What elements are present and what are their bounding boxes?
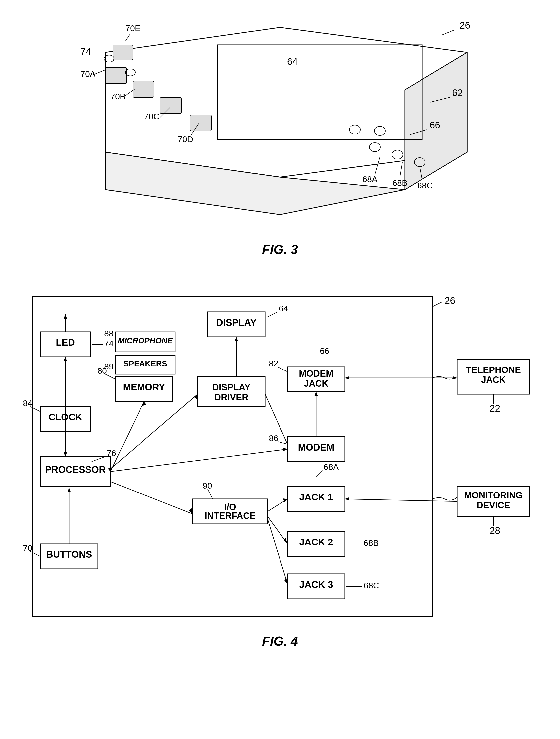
svg-text:68A: 68A (324, 462, 339, 471)
svg-text:PROCESSOR: PROCESSOR (45, 464, 106, 475)
svg-marker-149 (63, 357, 67, 361)
fig3-diagram: 26 74 64 62 66 70E 70A 70B 70C (55, 15, 505, 240)
svg-line-16 (442, 30, 455, 35)
page: 26 74 64 62 66 70E 70A 70B 70C (0, 0, 560, 739)
svg-text:64: 64 (279, 304, 288, 313)
svg-text:68B: 68B (364, 538, 379, 548)
svg-text:MODEM: MODEM (299, 368, 333, 379)
svg-text:DRIVER: DRIVER (215, 392, 248, 403)
svg-text:JACK 2: JACK 2 (299, 537, 333, 547)
svg-text:90: 90 (202, 481, 212, 490)
svg-text:74: 74 (104, 338, 114, 348)
svg-marker-86 (235, 337, 238, 341)
svg-text:86: 86 (269, 433, 278, 443)
svg-text:JACK 3: JACK 3 (299, 579, 333, 590)
svg-text:68A: 68A (362, 174, 378, 184)
svg-text:DEVICE: DEVICE (477, 500, 510, 510)
svg-marker-111 (314, 392, 318, 396)
svg-text:62: 62 (452, 88, 463, 98)
svg-text:70B: 70B (110, 92, 126, 101)
fig3-container: 26 74 64 62 66 70E 70A 70B 70C (20, 15, 540, 257)
svg-line-41 (432, 302, 442, 307)
svg-text:JACK: JACK (481, 375, 506, 385)
svg-marker-77 (67, 488, 71, 492)
svg-text:MONITORING: MONITORING (464, 490, 522, 500)
svg-text:JACK 1: JACK 1 (299, 492, 333, 502)
svg-marker-88 (194, 394, 198, 400)
svg-line-80 (268, 312, 278, 317)
svg-marker-102 (345, 376, 349, 380)
svg-rect-5 (105, 67, 127, 84)
svg-text:70C: 70C (144, 112, 159, 121)
svg-line-108 (110, 449, 287, 471)
svg-text:MODEM: MODEM (298, 442, 334, 453)
svg-marker-147 (63, 314, 67, 319)
svg-rect-4 (113, 45, 133, 60)
svg-text:68C: 68C (417, 181, 433, 190)
svg-text:66: 66 (430, 120, 440, 131)
svg-text:28: 28 (489, 526, 500, 536)
svg-rect-8 (190, 115, 212, 131)
svg-text:INTERFACE: INTERFACE (204, 511, 256, 521)
fig4-container: 26 LED 74 CLOCK 84 MEMORY 80 (20, 282, 540, 649)
svg-text:68C: 68C (364, 581, 379, 590)
svg-text:88: 88 (104, 329, 114, 338)
svg-line-87 (110, 394, 198, 469)
svg-text:26: 26 (460, 20, 470, 31)
svg-line-137 (268, 519, 287, 584)
svg-text:22: 22 (489, 403, 500, 414)
svg-text:26: 26 (445, 295, 455, 306)
svg-line-118 (110, 481, 193, 514)
svg-text:BUTTONS: BUTTONS (46, 549, 92, 560)
fig3-label: FIG. 3 (262, 242, 298, 257)
svg-text:JACK: JACK (304, 379, 328, 389)
svg-text:84: 84 (23, 399, 32, 408)
svg-marker-136 (284, 538, 287, 544)
svg-line-67 (110, 402, 144, 471)
svg-text:76: 76 (107, 448, 116, 458)
svg-line-123 (316, 470, 322, 476)
svg-text:TELEPHONE: TELEPHONE (466, 365, 521, 375)
svg-line-24 (125, 34, 130, 41)
svg-text:DISPLAY: DISPLAY (216, 317, 256, 328)
svg-line-36 (400, 162, 402, 177)
svg-rect-7 (160, 97, 181, 114)
svg-line-55 (105, 374, 115, 379)
svg-line-144 (345, 499, 457, 501)
svg-text:68B: 68B (392, 178, 408, 188)
svg-text:70: 70 (23, 543, 32, 553)
svg-line-116 (207, 489, 213, 499)
svg-marker-109 (283, 448, 287, 451)
svg-text:89: 89 (104, 361, 114, 371)
svg-marker-68 (141, 402, 146, 406)
svg-text:70D: 70D (178, 135, 193, 144)
svg-line-106 (278, 442, 287, 444)
svg-text:70A: 70A (80, 69, 96, 79)
fig4-label: FIG. 4 (262, 634, 298, 649)
svg-text:MICROPHONE: MICROPHONE (118, 336, 173, 345)
svg-text:SPEAKERS: SPEAKERS (123, 359, 167, 368)
svg-rect-6 (133, 81, 154, 97)
svg-marker-145 (345, 497, 349, 501)
svg-text:MEMORY: MEMORY (123, 382, 165, 393)
svg-marker-138 (284, 578, 287, 584)
svg-text:74: 74 (80, 46, 91, 57)
svg-text:82: 82 (269, 358, 278, 368)
fig4-diagram: 26 LED 74 CLOCK 84 MEMORY 80 (18, 282, 542, 631)
svg-line-92 (278, 367, 287, 372)
svg-text:LED: LED (56, 337, 75, 347)
svg-text:70E: 70E (125, 23, 140, 33)
svg-text:64: 64 (287, 56, 298, 67)
svg-text:DISPLAY: DISPLAY (213, 382, 251, 393)
svg-text:66: 66 (320, 346, 329, 355)
